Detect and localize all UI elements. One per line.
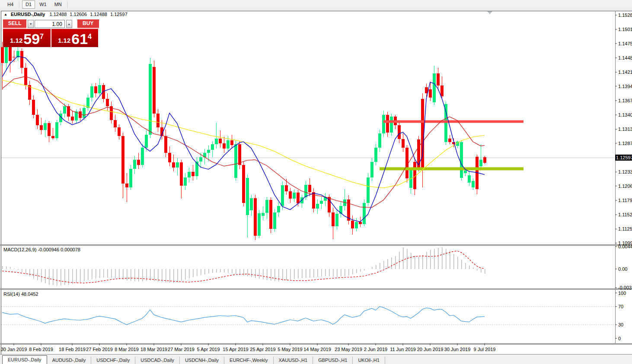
time-axis[interactable] — [1, 345, 632, 355]
macd-pane-surface[interactable] — [1, 246, 615, 288]
tab-eurchf-weekly[interactable]: EURCHF-,Weekly — [224, 357, 273, 364]
main-chart-surface[interactable] — [1, 11, 615, 244]
timeframe-toolbar: H4D1W1MN — [0, 0, 632, 9]
tab-ukoil-h1[interactable]: UKOil-,H1 — [353, 357, 385, 364]
tab-gbpusd-h1[interactable]: GBPUSD-,H1 — [313, 357, 353, 364]
toolbar-separator — [67, 1, 68, 8]
timeframe-button-w1[interactable]: W1 — [36, 0, 50, 9]
price-axis[interactable] — [616, 11, 632, 343]
symbol-tab-bar: EURUSD-,DailyAUDUSD-,DailyUSDCHF-,DailyU… — [0, 354, 632, 364]
tab-usdcad-daily[interactable]: USDCAD-,Daily — [135, 357, 180, 364]
timeframe-button-d1[interactable]: D1 — [22, 0, 35, 9]
timeframe-button-h4[interactable]: H4 — [4, 0, 17, 9]
tab-eurusd-daily[interactable]: EURUSD-,Daily — [2, 355, 47, 364]
rsi-pane-surface[interactable] — [1, 290, 615, 343]
timeframe-buttons: H4D1W1MN — [3, 0, 70, 9]
tab-xauusd-h1[interactable]: XAUUSD-,H1 — [274, 357, 313, 364]
tab-audusd-daily[interactable]: AUDUSD-,Daily — [47, 357, 92, 364]
toolbar-separator — [19, 1, 20, 8]
tab-usdchf-daily[interactable]: USDCHF-,Daily — [91, 357, 135, 364]
timeframe-button-mn[interactable]: MN — [51, 0, 65, 9]
tab-usdcnh-daily[interactable]: USDCNH-,Daily — [180, 357, 224, 364]
